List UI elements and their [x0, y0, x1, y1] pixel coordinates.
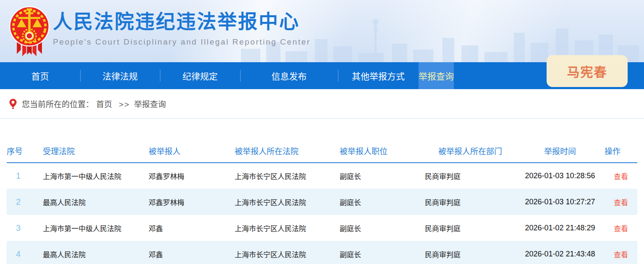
cell-reported-court: 上海市长宁区人民法院 — [235, 189, 340, 215]
court-emblem-logo — [6, 4, 53, 60]
site-title: 人民法院违纪违法举报中心 — [53, 11, 311, 32]
cell-reported-court: 上海市长宁区人民法院 — [235, 215, 340, 241]
cell-reported-person: 邓鑫 — [149, 215, 235, 241]
site-subtitle: People's Court Disciplinary and Illegal … — [53, 37, 311, 47]
nav-item[interactable]: 举报查询 — [419, 62, 454, 89]
cell-report-time: 2026-01-03 10:27:27 — [516, 189, 605, 215]
cell-reported-court: 上海市长宁区人民法院 — [235, 241, 340, 264]
cell-department: 民商审判庭 — [425, 215, 516, 241]
nav-item-label: 法律法规 — [102, 69, 138, 82]
cell-index: 2 — [7, 189, 43, 215]
cell-report-time: 2026-01-02 21:43:48 — [516, 241, 605, 264]
site-header: 人民法院违纪违法举报中心 People's Court Disciplinary… — [0, 0, 644, 62]
cell-reported-person: 邓鑫罗林梅 — [149, 189, 235, 215]
table-header-cell: 举报时间 — [516, 139, 605, 163]
view-link[interactable]: 查看 — [614, 251, 628, 259]
nav-item[interactable]: 首页 — [0, 62, 80, 89]
nav-item[interactable]: 纪律规定 — [160, 62, 240, 89]
view-link[interactable]: 查看 — [614, 225, 628, 233]
table-row: 2 最高人民法院 邓鑫罗林梅 上海市长宁区人民法院 副庭长 民商审判庭 2026… — [7, 189, 637, 215]
view-link[interactable]: 查看 — [614, 199, 628, 207]
cell-position: 副庭长 — [340, 163, 425, 189]
cell-index: 1 — [7, 163, 43, 189]
nav-item-label: 信息发布 — [272, 69, 307, 82]
nav-item[interactable]: 法律法规 — [80, 62, 160, 89]
breadcrumb-separator: >> — [119, 100, 130, 109]
user-button[interactable]: 马宪春 — [547, 55, 628, 87]
table-header-row: 序号 受理法院 被举报人 被举报人所在法院 被举报人职位 被举报人所在部门 举报… — [7, 139, 637, 163]
cell-index: 4 — [7, 241, 43, 264]
table-header-cell: 被举报人所在法院 — [235, 139, 340, 163]
nav-item[interactable]: 信息发布 — [240, 62, 338, 89]
cell-reported-court: 上海市长宁区人民法院 — [235, 163, 340, 189]
nav-item-label: 纪律规定 — [183, 69, 218, 82]
breadcrumb-label: 您当前所在的位置： — [22, 100, 94, 109]
table-header-cell: 被举报人 — [149, 139, 235, 163]
view-link[interactable]: 查看 — [614, 173, 628, 181]
table-header-cell: 受理法院 — [43, 139, 149, 163]
table-row: 3 上海市第一中级人民法院 邓鑫 上海市长宁区人民法院 副庭长 民商审判庭 20… — [7, 215, 637, 241]
cell-position: 副庭长 — [340, 189, 425, 215]
table-header-cell: 序号 — [7, 139, 43, 163]
table-header-cell: 被举报人职位 — [340, 139, 425, 163]
cell-reported-person: 邓鑫罗林梅 — [149, 163, 235, 189]
nav-item[interactable]: 其他举报方式 — [338, 62, 419, 89]
breadcrumb-home-link[interactable]: 首页 — [96, 100, 112, 109]
cell-accepting-court: 最高人民法院 — [43, 241, 149, 264]
nav-item-label: 首页 — [31, 69, 49, 82]
cell-report-time: 2026-01-03 10:28:56 — [516, 163, 605, 189]
breadcrumb-text: 您当前所在的位置：首页>>举报查询 — [22, 98, 166, 109]
breadcrumb: 您当前所在的位置：首页>>举报查询 — [0, 89, 644, 119]
table-row: 1 上海市第一中级人民法院 邓鑫罗林梅 上海市长宁区人民法院 副庭长 民商审判庭… — [7, 163, 637, 189]
cell-accepting-court: 上海市第一中级人民法院 — [43, 215, 149, 241]
breadcrumb-current: 举报查询 — [134, 100, 166, 109]
cell-position: 副庭长 — [340, 241, 425, 264]
cell-index: 3 — [7, 215, 43, 241]
cell-reported-person: 邓鑫 — [149, 241, 235, 264]
cell-accepting-court: 上海市第一中级人民法院 — [43, 163, 149, 189]
nav-item-label: 其他举报方式 — [352, 69, 405, 82]
cell-department: 民商审判庭 — [425, 163, 516, 189]
table-row: 4 最高人民法院 邓鑫 上海市长宁区人民法院 副庭长 民商审判庭 2026-01… — [7, 241, 637, 264]
table-body: 1 上海市第一中级人民法院 邓鑫罗林梅 上海市长宁区人民法院 副庭长 民商审判庭… — [7, 163, 637, 264]
site-branding: 人民法院违纪违法举报中心 People's Court Disciplinary… — [53, 11, 311, 47]
cell-position: 副庭长 — [340, 215, 425, 241]
cell-report-time: 2026-01-02 21:48:29 — [516, 215, 605, 241]
table-header-cell: 被举报人所在部门 — [425, 139, 516, 163]
table-header-cell: 操作 — [605, 139, 637, 163]
cell-accepting-court: 最高人民法院 — [43, 189, 149, 215]
main-nav: 首页 法律法规 纪律规定 信息发布 其他举报方式 举报查询 马宪春 — [0, 62, 644, 89]
report-query-table: 序号 受理法院 被举报人 被举报人所在法院 被举报人职位 被举报人所在部门 举报… — [7, 139, 637, 264]
location-pin-icon — [9, 99, 17, 109]
nav-item-label: 举报查询 — [419, 69, 454, 82]
cell-department: 民商审判庭 — [425, 189, 516, 215]
cell-department: 民商审判庭 — [425, 241, 516, 264]
